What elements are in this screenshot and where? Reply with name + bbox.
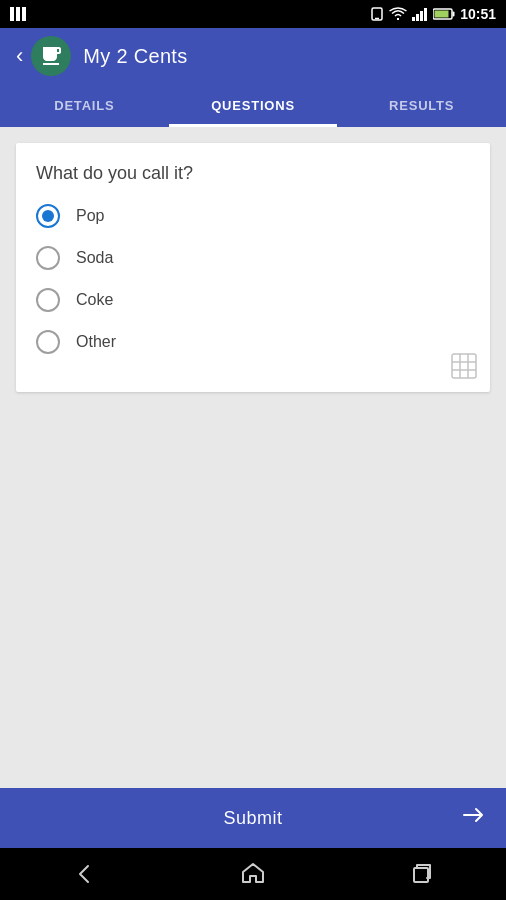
svg-rect-11 bbox=[435, 11, 449, 18]
back-button[interactable]: ‹ bbox=[16, 43, 23, 69]
submit-label: Submit bbox=[223, 808, 282, 829]
status-bar-right: 10:51 bbox=[370, 6, 496, 22]
svg-rect-12 bbox=[452, 354, 476, 378]
nav-back-button[interactable] bbox=[70, 860, 98, 888]
submit-button[interactable]: Submit bbox=[0, 788, 506, 848]
nav-home-button[interactable] bbox=[239, 860, 267, 888]
menu-icon bbox=[10, 7, 26, 21]
nav-recents-button[interactable] bbox=[408, 860, 436, 888]
nav-back-icon bbox=[70, 860, 98, 888]
option-other-label: Other bbox=[76, 333, 116, 351]
main-content: What do you call it? Pop Soda Coke Other bbox=[0, 127, 506, 788]
svg-rect-1 bbox=[16, 7, 20, 21]
svg-rect-17 bbox=[414, 868, 428, 882]
question-text: What do you call it? bbox=[36, 163, 470, 184]
radio-pop[interactable] bbox=[36, 204, 60, 228]
svg-rect-6 bbox=[416, 14, 419, 21]
svg-rect-0 bbox=[10, 7, 14, 21]
option-pop-label: Pop bbox=[76, 207, 104, 225]
svg-rect-8 bbox=[424, 8, 427, 21]
radio-other[interactable] bbox=[36, 330, 60, 354]
coffee-icon bbox=[39, 44, 63, 68]
nav-home-icon bbox=[239, 860, 267, 888]
option-coke[interactable]: Coke bbox=[36, 288, 470, 312]
option-pop[interactable]: Pop bbox=[36, 204, 470, 228]
app-logo bbox=[31, 36, 71, 76]
tab-details[interactable]: DETAILS bbox=[0, 84, 169, 127]
tab-results[interactable]: RESULTS bbox=[337, 84, 506, 127]
nav-recents-icon bbox=[408, 860, 436, 888]
svg-rect-2 bbox=[22, 7, 26, 21]
status-bar: 10:51 bbox=[0, 0, 506, 28]
time-display: 10:51 bbox=[460, 6, 496, 22]
wifi-icon bbox=[389, 7, 407, 21]
status-bar-left bbox=[10, 7, 26, 21]
tab-questions[interactable]: QUESTIONS bbox=[169, 84, 338, 127]
arrow-icon bbox=[462, 803, 486, 827]
radio-coke[interactable] bbox=[36, 288, 60, 312]
svg-rect-7 bbox=[420, 11, 423, 21]
option-coke-label: Coke bbox=[76, 291, 113, 309]
app-header: ‹ My 2 Cents bbox=[0, 28, 506, 84]
tabs-bar: DETAILS QUESTIONS RESULTS bbox=[0, 84, 506, 127]
question-card: What do you call it? Pop Soda Coke Other bbox=[16, 143, 490, 392]
svg-rect-5 bbox=[412, 17, 415, 21]
signal-icon bbox=[412, 7, 428, 21]
option-other[interactable]: Other bbox=[36, 330, 470, 354]
option-soda-label: Soda bbox=[76, 249, 113, 267]
svg-rect-10 bbox=[453, 12, 455, 17]
app-title: My 2 Cents bbox=[83, 45, 187, 68]
phone-icon bbox=[370, 7, 384, 21]
radio-soda[interactable] bbox=[36, 246, 60, 270]
submit-arrow-icon bbox=[462, 803, 486, 833]
nav-bar bbox=[0, 848, 506, 900]
option-soda[interactable]: Soda bbox=[36, 246, 470, 270]
grid-icon bbox=[450, 352, 478, 380]
battery-icon bbox=[433, 7, 455, 21]
